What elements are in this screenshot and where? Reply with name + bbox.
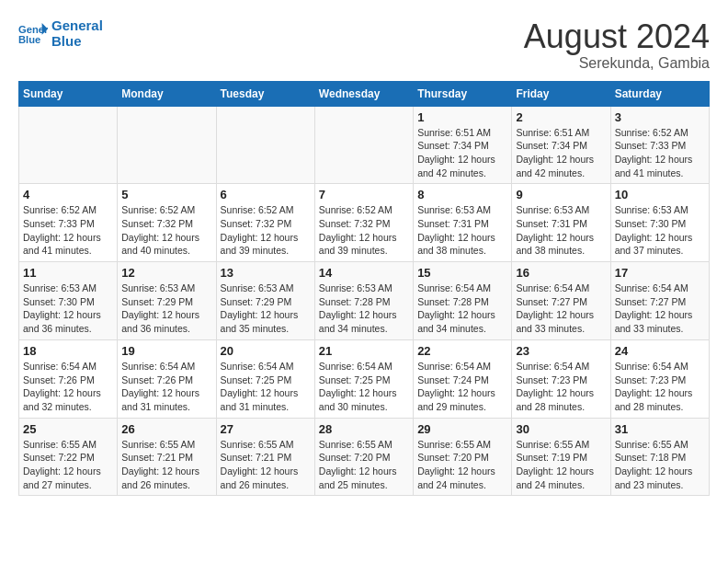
day-info: Sunrise: 6:54 AMSunset: 7:24 PMDaylight:… — [417, 360, 507, 414]
day-cell: 9Sunrise: 6:53 AMSunset: 7:31 PMDaylight… — [512, 184, 610, 262]
day-info: Sunrise: 6:55 AMSunset: 7:21 PMDaylight:… — [121, 438, 211, 492]
calendar-subtitle: Serekunda, Gambia — [524, 55, 710, 72]
day-number: 21 — [319, 344, 409, 358]
day-cell: 27Sunrise: 6:55 AMSunset: 7:21 PMDayligh… — [216, 418, 314, 496]
weekday-header-wednesday: Wednesday — [314, 81, 413, 106]
day-number: 18 — [23, 344, 113, 358]
day-cell: 20Sunrise: 6:54 AMSunset: 7:25 PMDayligh… — [216, 339, 314, 418]
day-number: 16 — [516, 266, 606, 280]
day-number: 25 — [23, 422, 113, 436]
week-row-3: 11Sunrise: 6:53 AMSunset: 7:30 PMDayligh… — [19, 262, 710, 340]
day-cell: 15Sunrise: 6:54 AMSunset: 7:28 PMDayligh… — [414, 262, 512, 340]
day-info: Sunrise: 6:52 AMSunset: 7:32 PMDaylight:… — [221, 203, 311, 258]
day-info: Sunrise: 6:54 AMSunset: 7:25 PMDaylight:… — [221, 360, 311, 414]
day-cell: 18Sunrise: 6:54 AMSunset: 7:26 PMDayligh… — [19, 339, 118, 418]
day-number: 5 — [121, 188, 211, 201]
logo: General Blue General Blue — [18, 18, 103, 49]
day-info: Sunrise: 6:54 AMSunset: 7:25 PMDaylight:… — [319, 360, 409, 414]
day-info: Sunrise: 6:54 AMSunset: 7:23 PMDaylight:… — [516, 360, 606, 414]
day-info: Sunrise: 6:55 AMSunset: 7:22 PMDaylight:… — [23, 438, 113, 492]
day-info: Sunrise: 6:55 AMSunset: 7:20 PMDaylight:… — [417, 438, 507, 492]
day-number: 17 — [615, 266, 705, 280]
day-number: 15 — [417, 266, 507, 280]
weekday-header-friday: Friday — [512, 81, 610, 106]
weekday-header-monday: Monday — [118, 81, 216, 106]
logo-line1: General — [51, 18, 103, 34]
day-cell: 12Sunrise: 6:53 AMSunset: 7:29 PMDayligh… — [118, 262, 216, 340]
day-cell: 5Sunrise: 6:52 AMSunset: 7:32 PMDaylight… — [118, 184, 216, 262]
day-number: 9 — [516, 188, 606, 201]
day-cell: 23Sunrise: 6:54 AMSunset: 7:23 PMDayligh… — [512, 339, 610, 418]
day-number: 26 — [121, 422, 211, 436]
day-cell: 1Sunrise: 6:51 AMSunset: 7:34 PMDaylight… — [414, 106, 512, 184]
day-cell: 31Sunrise: 6:55 AMSunset: 7:18 PMDayligh… — [610, 418, 709, 496]
day-cell: 11Sunrise: 6:53 AMSunset: 7:30 PMDayligh… — [19, 262, 118, 340]
day-number: 13 — [221, 266, 311, 280]
day-info: Sunrise: 6:54 AMSunset: 7:28 PMDaylight:… — [417, 282, 507, 336]
day-cell: 28Sunrise: 6:55 AMSunset: 7:20 PMDayligh… — [314, 418, 413, 496]
day-cell: 2Sunrise: 6:51 AMSunset: 7:34 PMDaylight… — [512, 106, 610, 184]
day-cell: 17Sunrise: 6:54 AMSunset: 7:27 PMDayligh… — [610, 262, 709, 340]
day-cell: 6Sunrise: 6:52 AMSunset: 7:32 PMDaylight… — [216, 184, 314, 262]
title-block: August 2024 Serekunda, Gambia — [524, 18, 710, 72]
day-number: 12 — [121, 266, 211, 280]
weekday-header-thursday: Thursday — [414, 81, 512, 106]
day-cell: 8Sunrise: 6:53 AMSunset: 7:31 PMDaylight… — [414, 184, 512, 262]
day-info: Sunrise: 6:54 AMSunset: 7:23 PMDaylight:… — [615, 360, 705, 414]
day-cell: 13Sunrise: 6:53 AMSunset: 7:29 PMDayligh… — [216, 262, 314, 340]
day-info: Sunrise: 6:52 AMSunset: 7:32 PMDaylight:… — [319, 203, 409, 258]
day-info: Sunrise: 6:53 AMSunset: 7:29 PMDaylight:… — [121, 282, 211, 336]
weekday-header-saturday: Saturday — [610, 81, 709, 106]
day-number: 14 — [319, 266, 409, 280]
day-info: Sunrise: 6:52 AMSunset: 7:33 PMDaylight:… — [23, 203, 113, 258]
week-row-5: 25Sunrise: 6:55 AMSunset: 7:22 PMDayligh… — [19, 418, 710, 496]
day-cell: 21Sunrise: 6:54 AMSunset: 7:25 PMDayligh… — [314, 339, 413, 418]
day-number: 2 — [516, 110, 606, 124]
day-cell: 25Sunrise: 6:55 AMSunset: 7:22 PMDayligh… — [19, 418, 118, 496]
day-info: Sunrise: 6:53 AMSunset: 7:30 PMDaylight:… — [615, 203, 705, 258]
svg-text:Blue: Blue — [18, 34, 40, 45]
day-info: Sunrise: 6:51 AMSunset: 7:34 PMDaylight:… — [417, 126, 507, 180]
day-cell: 30Sunrise: 6:55 AMSunset: 7:19 PMDayligh… — [512, 418, 610, 496]
day-number: 4 — [23, 188, 113, 201]
day-number: 30 — [516, 422, 606, 436]
week-row-4: 18Sunrise: 6:54 AMSunset: 7:26 PMDayligh… — [19, 339, 710, 418]
day-info: Sunrise: 6:51 AMSunset: 7:34 PMDaylight:… — [516, 126, 606, 180]
day-cell — [216, 106, 314, 184]
day-cell: 29Sunrise: 6:55 AMSunset: 7:20 PMDayligh… — [414, 418, 512, 496]
day-cell: 16Sunrise: 6:54 AMSunset: 7:27 PMDayligh… — [512, 262, 610, 340]
day-cell: 3Sunrise: 6:52 AMSunset: 7:33 PMDaylight… — [610, 106, 709, 184]
day-info: Sunrise: 6:55 AMSunset: 7:19 PMDaylight:… — [516, 438, 606, 492]
day-cell: 26Sunrise: 6:55 AMSunset: 7:21 PMDayligh… — [118, 418, 216, 496]
week-row-2: 4Sunrise: 6:52 AMSunset: 7:33 PMDaylight… — [19, 184, 710, 262]
day-info: Sunrise: 6:55 AMSunset: 7:18 PMDaylight:… — [615, 438, 705, 492]
weekday-header-row: SundayMondayTuesdayWednesdayThursdayFrid… — [19, 81, 710, 106]
day-info: Sunrise: 6:53 AMSunset: 7:31 PMDaylight:… — [417, 203, 507, 258]
day-number: 29 — [417, 422, 507, 436]
day-number: 28 — [319, 422, 409, 436]
day-info: Sunrise: 6:54 AMSunset: 7:26 PMDaylight:… — [23, 360, 113, 414]
day-info: Sunrise: 6:54 AMSunset: 7:27 PMDaylight:… — [516, 282, 606, 336]
day-cell — [19, 106, 118, 184]
week-row-1: 1Sunrise: 6:51 AMSunset: 7:34 PMDaylight… — [19, 106, 710, 184]
weekday-header-sunday: Sunday — [19, 81, 118, 106]
calendar-title: August 2024 — [524, 18, 710, 55]
day-cell — [314, 106, 413, 184]
day-number: 24 — [615, 344, 705, 358]
calendar-table: SundayMondayTuesdayWednesdayThursdayFrid… — [18, 81, 710, 497]
page-header: General Blue General Blue August 2024 Se… — [18, 18, 710, 72]
day-cell: 19Sunrise: 6:54 AMSunset: 7:26 PMDayligh… — [118, 339, 216, 418]
day-info: Sunrise: 6:52 AMSunset: 7:32 PMDaylight:… — [121, 203, 211, 258]
day-cell — [118, 106, 216, 184]
day-cell: 4Sunrise: 6:52 AMSunset: 7:33 PMDaylight… — [19, 184, 118, 262]
day-info: Sunrise: 6:55 AMSunset: 7:21 PMDaylight:… — [221, 438, 311, 492]
day-cell: 7Sunrise: 6:52 AMSunset: 7:32 PMDaylight… — [314, 184, 413, 262]
day-number: 22 — [417, 344, 507, 358]
day-number: 10 — [615, 188, 705, 201]
day-number: 7 — [319, 188, 409, 201]
day-number: 23 — [516, 344, 606, 358]
day-info: Sunrise: 6:53 AMSunset: 7:28 PMDaylight:… — [319, 282, 409, 336]
day-number: 19 — [121, 344, 211, 358]
day-number: 27 — [221, 422, 311, 436]
logo-line2: Blue — [51, 34, 103, 50]
